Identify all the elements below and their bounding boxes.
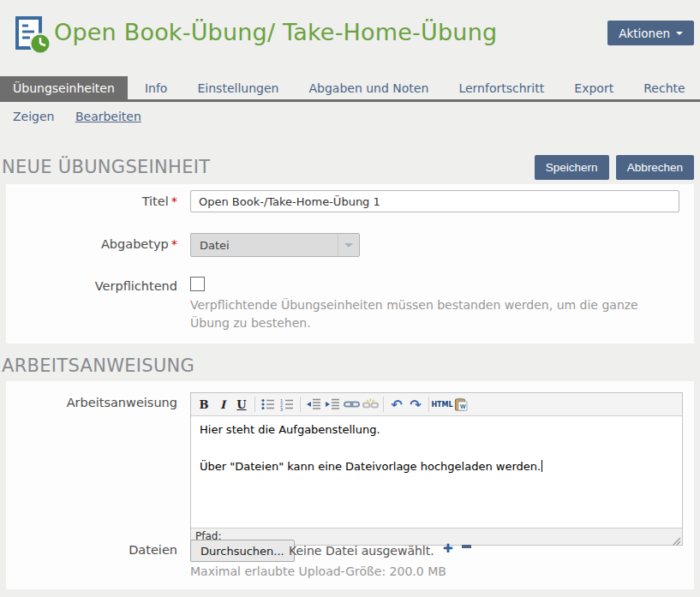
tab-export[interactable]: Export [561,76,626,99]
tab-lernfortschritt[interactable]: Lernfortschritt [446,76,557,99]
editor-paragraph: Über "Dateien" kann eine Dateivorlage ho… [200,460,673,474]
exercise-icon [15,16,52,56]
undo-icon[interactable]: ↶ [388,396,405,413]
tab-uebungseinheiten[interactable]: Übungseinheiten [0,76,128,99]
upload-size-hint: Maximal erlaubte Upload-Größe: 200.0 MB [190,564,446,578]
actions-button[interactable]: Aktionen [607,21,694,45]
resize-grip-icon[interactable] [672,534,681,544]
tab-abgaben-und-noten[interactable]: Abgaben und Noten [296,76,441,99]
link-icon[interactable] [343,396,360,413]
toolbar-separator [428,397,429,412]
page-title: Open Book-Übung/ Take-Home-Übung [54,19,497,45]
abgabetyp-selected-value: Datei [191,239,338,252]
richtext-editor: B I U 123 ↶ ↷ [190,392,683,546]
save-button[interactable]: Speichern [535,155,609,180]
outdent-icon[interactable] [305,396,322,413]
unordered-list-icon[interactable] [260,396,277,413]
bold-icon[interactable]: B [195,396,212,413]
verpflichtend-label: Verpflichtend [6,279,177,293]
verpflichtend-checkbox[interactable] [190,277,205,291]
indent-icon[interactable] [324,396,341,413]
underline-icon[interactable]: U [233,396,250,413]
unlink-icon[interactable] [362,396,379,413]
tab-rechte[interactable]: Rechte [631,76,697,99]
html-source-icon[interactable]: HTML [434,396,451,413]
arbeitsanweisung-label: Arbeitsanweisung [6,396,177,409]
text-caret [541,460,542,472]
toolbar-separator [300,397,301,412]
editor-paragraph: Hier steht die Aufgabenstellung. [200,423,673,437]
tab-bar: Übungseinheiten Info Einstellungen Abgab… [0,76,700,102]
titel-label: Titel* [6,194,177,208]
add-file-icon[interactable]: ✚ [443,541,453,555]
toolbar-separator [254,397,255,412]
required-asterisk: * [171,194,177,208]
subtab-bearbeiten[interactable]: Bearbeiten [75,110,141,123]
editor-content-area[interactable]: Hier steht die Aufgabenstellung. Über "D… [191,416,682,528]
abgabetyp-select[interactable]: Datei [190,233,360,257]
dateien-label: Dateien [6,543,177,557]
section-header-instructions: ARBEITSANWEISUNG [2,353,694,379]
section-title: ARBEITSANWEISUNG [2,355,194,376]
form-panel-instructions: Arbeitsanweisung B I U 123 [6,381,694,589]
redo-icon[interactable]: ↷ [407,396,424,413]
browse-button[interactable]: Durchsuchen... [190,540,295,562]
tab-info[interactable]: Info [132,76,181,99]
subtab-zeigen[interactable]: Zeigen [13,110,54,123]
cancel-button[interactable]: Abbrechen [616,155,694,180]
subtab-bar: Zeigen Bearbeiten [13,110,159,123]
actions-button-label: Aktionen [619,27,670,40]
toolbar-separator [383,397,384,412]
required-asterisk: * [171,237,177,251]
section-header-new-unit: NEUE ÜBUNGSEINHEIT Speichern Abbrechen [2,154,694,181]
section-title: NEUE ÜBUNGSEINHEIT [2,157,210,177]
chevron-down-icon [676,32,683,35]
remove-file-icon[interactable] [462,545,471,548]
tab-einstellungen[interactable]: Einstellungen [184,76,291,99]
chevron-down-icon [344,243,353,248]
titel-input[interactable] [190,190,679,212]
form-panel-new-unit: Titel* Abgabetyp* Datei Verpflichtend Ve… [6,184,694,343]
select-arrow-area [338,234,359,256]
italic-icon[interactable]: I [214,396,231,413]
svg-text:W: W [460,403,466,409]
no-file-selected-text: Keine Datei ausgewählt. [289,544,434,558]
editor-toolbar: B I U 123 ↶ ↷ [191,393,682,416]
paste-from-word-icon[interactable]: W [452,396,470,413]
verpflichtend-description: Verpflichtende Übungseinheiten müssen be… [190,296,647,332]
svg-text:3: 3 [280,407,283,412]
abgabetyp-label: Abgabetyp* [6,237,177,251]
ordered-list-icon[interactable]: 123 [278,396,296,413]
